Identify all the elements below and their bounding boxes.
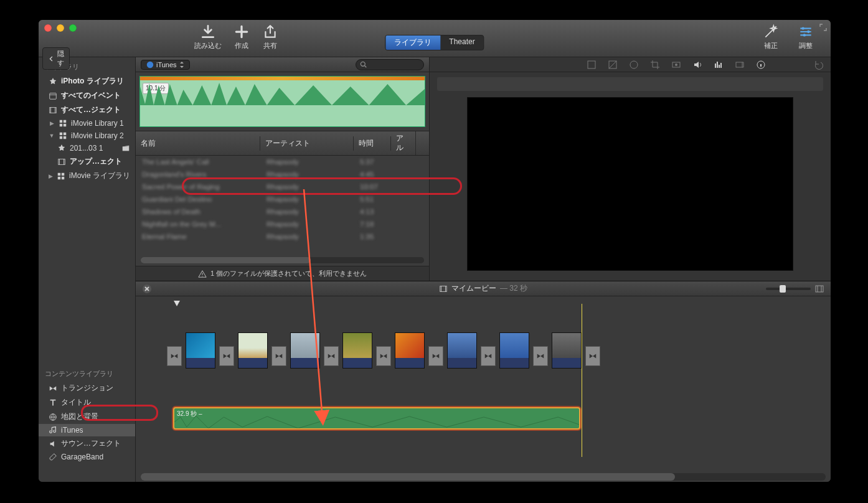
titlebar: 隠す 読み込む 作成 共有 ライブラリ Theater 補正 (39, 20, 831, 57)
track-row[interactable]: The Last Angels' CallRhapsody5:37 (136, 156, 429, 168)
transition-clip[interactable] (219, 346, 234, 366)
playhead[interactable] (173, 300, 181, 309)
color-wheel-icon[interactable] (629, 60, 639, 70)
zoom-control[interactable] (766, 284, 824, 294)
volume-icon[interactable] (692, 60, 702, 70)
sidebar-item-garageband[interactable]: GarageBand (39, 451, 135, 463)
create-button[interactable]: 作成 (233, 24, 250, 50)
svg-rect-5 (60, 120, 62, 123)
col-time[interactable]: 時間 (354, 136, 391, 151)
track-row[interactable]: Dragonland's RiversRhapsody4:45 (136, 168, 429, 181)
audio-clip[interactable]: 32.9 秒 – (173, 407, 580, 430)
source-popup[interactable]: iTunes (141, 60, 190, 70)
segment-library[interactable]: ライブラリ (385, 35, 440, 50)
crop-icon[interactable] (650, 60, 660, 70)
sidebar-item-all-projects[interactable]: すべて…ジェクト (39, 103, 135, 117)
protected-file-notice: 1 個のファイルが保護されていて、利用できません (136, 266, 429, 281)
sidebar-item-maps[interactable]: 地図と背景 (39, 410, 135, 424)
waveform-preview[interactable]: 10.1 分 (139, 76, 425, 127)
share-button[interactable]: 共有 (262, 24, 279, 50)
search-icon (360, 61, 367, 68)
transition-clip[interactable] (428, 346, 443, 366)
star-icon (57, 144, 66, 153)
sidebar-item-imovie-lib[interactable]: ▶ iMovie ライブラリ (39, 169, 135, 183)
enhance-button[interactable]: 補正 (762, 24, 780, 50)
transition-clip[interactable] (533, 346, 548, 366)
sidebar-item-transitions[interactable]: トランジション (39, 381, 135, 395)
speed-icon[interactable] (735, 60, 745, 70)
track-row[interactable]: Guardiani Del DestinoRhapsody5:51 (136, 193, 429, 205)
info-icon[interactable] (756, 60, 766, 70)
transition-clip[interactable] (167, 346, 182, 366)
video-clip[interactable] (395, 332, 425, 369)
track-row-selected[interactable]: Sacred Power of RagingRhapsody10:07 (136, 181, 429, 193)
horizontal-scrollbar[interactable] (141, 257, 424, 263)
video-clip[interactable] (499, 332, 529, 369)
revert-icon[interactable] (813, 60, 823, 70)
sidebar-item-imovie-lib2[interactable]: ▼ iMovie Library 2 (39, 129, 135, 142)
track-row[interactable]: Shadows of DeathRhapsody4:13 (136, 205, 429, 218)
fullscreen-icon[interactable] (819, 24, 827, 33)
transition-clip[interactable] (481, 346, 496, 366)
color-correction-icon[interactable] (608, 60, 618, 70)
sidebar-item-titles[interactable]: タイトル (39, 395, 135, 410)
video-clip[interactable] (342, 332, 372, 369)
disclosure-icon[interactable]: ▶ (49, 120, 55, 126)
col-artist[interactable]: アーティスト (260, 136, 354, 151)
svg-rect-10 (64, 133, 66, 135)
track-row[interactable]: Eternal FlameRhapsody1:35 (136, 230, 429, 243)
hide-sidebar-button[interactable]: 隠す (42, 47, 70, 70)
transition-clip[interactable] (271, 346, 286, 366)
video-clip[interactable] (447, 332, 477, 369)
col-album[interactable]: アル (391, 131, 416, 155)
view-segmented-control[interactable]: ライブラリ Theater (385, 35, 484, 50)
disclosure-icon[interactable]: ▶ (49, 173, 53, 179)
sidebar-item-project[interactable]: アップ…ェクト (39, 154, 135, 169)
media-browser: iTunes 10.1 分 (136, 57, 430, 281)
stabilize-icon[interactable] (671, 60, 681, 70)
adjust-button[interactable]: 調整 (797, 24, 814, 50)
globe-icon (49, 413, 57, 421)
disclosure-icon[interactable]: ▼ (49, 133, 55, 139)
sidebar-content-section: コンテンツライブラリ トランジション タイトル 地図と背景 iTunes (39, 364, 135, 482)
sort-arrows-icon (179, 62, 184, 68)
track-list[interactable]: The Last Angels' CallRhapsody5:37 Dragon… (136, 156, 429, 255)
preview-canvas[interactable] (467, 97, 793, 271)
segment-theater[interactable]: Theater (440, 35, 483, 50)
minimize-window-button[interactable] (57, 24, 64, 32)
settings-icon[interactable] (814, 284, 824, 294)
search-field[interactable] (356, 59, 424, 70)
sidebar-item-itunes[interactable]: iTunes (39, 424, 135, 436)
svg-point-21 (361, 62, 365, 66)
track-row[interactable]: Nightfall on the Grey M...Rhapsody7:18 (136, 218, 429, 230)
track-table-header[interactable]: 名前 アーティスト 時間 アル (136, 131, 429, 156)
zoom-slider[interactable] (766, 288, 811, 290)
close-project-icon[interactable] (142, 284, 152, 294)
svg-point-24 (630, 61, 638, 68)
end-marker (582, 304, 582, 457)
close-window-button[interactable] (44, 24, 52, 32)
equalizer-icon[interactable] (714, 60, 724, 70)
timeline-body[interactable]: 3.9 秒 – マ… 3.9 秒 – 監… (136, 296, 831, 482)
sidebar-item-event[interactable]: 201...03 1 (39, 142, 135, 154)
video-track[interactable] (167, 332, 818, 369)
sidebar-item-all-events[interactable]: すべてのイベント (39, 88, 135, 103)
col-name[interactable]: 名前 (136, 136, 260, 151)
video-clip[interactable] (290, 332, 320, 369)
video-clip[interactable] (552, 332, 582, 369)
sidebar-item-imovie-lib1[interactable]: ▶ iMovie Library 1 (39, 117, 135, 129)
transition-clip[interactable] (585, 346, 600, 366)
timeline-pane: マイムービー — 32 秒 3.9 秒 – マ… 3.9 秒 – 監… (136, 281, 831, 482)
timeline-scrollbar[interactable] (141, 473, 826, 481)
share-icon (262, 24, 279, 40)
transition-clip[interactable] (376, 346, 391, 366)
transition-clip[interactable] (324, 346, 339, 366)
color-balance-icon[interactable] (587, 60, 597, 70)
video-clip[interactable] (186, 332, 215, 369)
sidebar-item-sound-effects[interactable]: サウン…フェクト (39, 436, 135, 451)
zoom-window-button[interactable] (69, 24, 77, 32)
import-button[interactable]: 読み込む (194, 24, 222, 50)
zoom-thumb[interactable] (780, 285, 786, 293)
sidebar-item-iphoto[interactable]: iPhoto ライブラリ (39, 74, 135, 88)
video-clip[interactable] (238, 332, 268, 369)
